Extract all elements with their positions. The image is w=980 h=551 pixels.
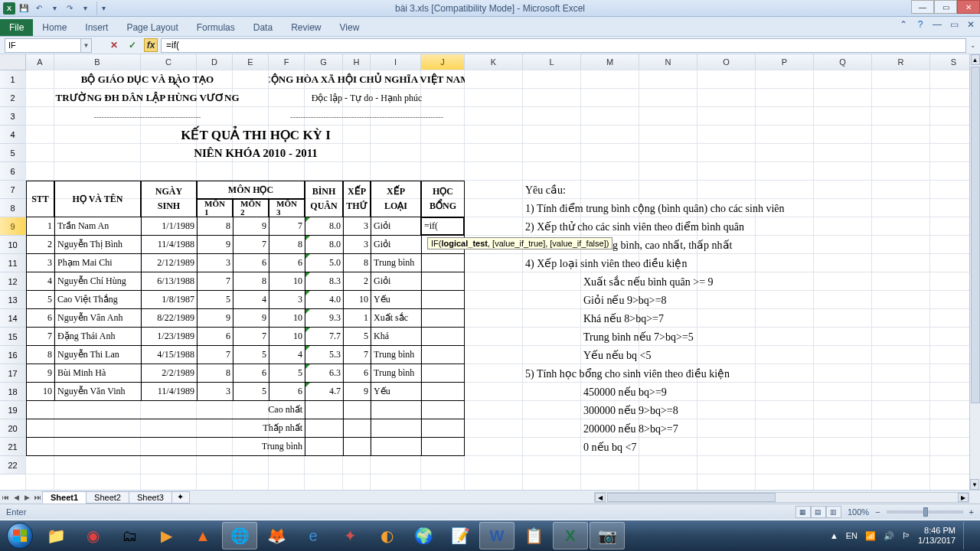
cell[interactable]: 7 — [233, 236, 269, 254]
taskbar-media-icon[interactable]: ▶ — [149, 522, 184, 549]
cell[interactable]: 8.0 — [305, 217, 343, 236]
cell[interactable]: Trung bình nếu 7>bq>=5 — [581, 328, 978, 346]
ribbon-expand-icon[interactable]: ⌃ — [897, 18, 910, 31]
cell[interactable]: 1) Tính điểm trung bình cộng (bình quân)… — [523, 199, 978, 217]
normal-view-icon[interactable]: ▦ — [795, 506, 811, 518]
cell[interactable]: 4/15/1988 — [141, 346, 197, 364]
cell[interactable]: 11/4/1989 — [141, 383, 197, 401]
column-header-R[interactable]: R — [872, 54, 930, 70]
cell[interactable]: 10 — [269, 309, 305, 328]
column-header-N[interactable]: N — [639, 54, 697, 70]
tab-data[interactable]: Data — [244, 19, 282, 36]
cell[interactable] — [421, 272, 465, 291]
tray-volume-icon[interactable]: 🔊 — [884, 531, 894, 541]
cell[interactable]: Cao nhất — [26, 401, 305, 419]
cell[interactable] — [421, 383, 465, 401]
cell[interactable]: 1/8/1987 — [141, 291, 197, 309]
select-all-corner[interactable] — [0, 54, 26, 70]
tab-home[interactable]: Home — [33, 19, 76, 36]
cell[interactable]: 7 — [343, 346, 371, 364]
cell[interactable]: 6 — [269, 383, 305, 401]
cell[interactable]: 8 — [26, 346, 54, 364]
column-header-F[interactable]: F — [269, 54, 305, 70]
cell[interactable]: 8.0 — [305, 236, 343, 254]
cell[interactable]: 7 — [26, 328, 54, 346]
cell[interactable]: ----------------------------------------… — [26, 107, 269, 126]
row-header-17[interactable]: 17 — [0, 364, 26, 383]
page-break-view-icon[interactable]: ▥ — [826, 506, 841, 518]
scroll-left-icon[interactable]: ◀ — [595, 493, 606, 502]
zoom-out-icon[interactable]: − — [875, 507, 880, 517]
insert-function-icon[interactable]: fx — [144, 38, 158, 52]
row-header-14[interactable]: 14 — [0, 309, 26, 328]
maximize-button[interactable]: ▭ — [934, 0, 957, 14]
cell[interactable]: BÌNHQUÂN — [305, 181, 343, 217]
cell[interactable]: 3 — [343, 236, 371, 254]
column-header-K[interactable]: K — [465, 54, 523, 70]
cell[interactable] — [305, 438, 343, 456]
cell[interactable] — [421, 328, 465, 346]
cell[interactable]: MÔN3 — [269, 199, 305, 217]
cell[interactable] — [371, 401, 421, 419]
sheet-tab-3[interactable]: Sheet3 — [129, 491, 172, 504]
minimize-button[interactable]: — — [911, 0, 934, 14]
taskbar-firefox-icon[interactable]: 🦊 — [259, 522, 294, 549]
cell[interactable]: Nguyễn Chí Hùng — [54, 272, 141, 291]
cell[interactable] — [421, 419, 465, 438]
cell[interactable]: 5 — [26, 291, 54, 309]
vertical-scroll-thumb[interactable] — [971, 67, 980, 403]
name-box-dropdown-icon[interactable]: ▼ — [81, 38, 92, 53]
cell[interactable]: Thấp nhất — [26, 419, 305, 438]
cell[interactable]: 3 — [343, 217, 371, 236]
row-header-16[interactable]: 16 — [0, 346, 26, 364]
taskbar-app-icon[interactable]: ✦ — [332, 522, 368, 549]
cell[interactable]: Trung bình — [26, 438, 305, 456]
cell[interactable]: 9 — [233, 217, 269, 236]
cell[interactable]: 2/2/1989 — [141, 364, 197, 383]
row-header-8[interactable]: 8 — [0, 199, 26, 217]
cell[interactable] — [343, 438, 371, 456]
cell[interactable]: 1/23/1989 — [141, 328, 197, 346]
row-header-13[interactable]: 13 — [0, 291, 26, 309]
cell[interactable]: Xuất sắc nếu bình quân >= 9 — [581, 272, 978, 291]
taskbar-camera-icon[interactable]: 📷 — [590, 522, 625, 549]
row-header-10[interactable]: 10 — [0, 236, 26, 254]
taskbar-notepad-icon[interactable]: 📝 — [443, 522, 478, 549]
tab-review[interactable]: Review — [282, 19, 330, 36]
cell[interactable]: 4 — [26, 272, 54, 291]
row-header-7[interactable]: 7 — [0, 181, 26, 199]
tab-view[interactable]: View — [331, 19, 369, 36]
undo-icon[interactable]: ↶ — [32, 2, 46, 15]
cancel-formula-icon[interactable]: ✕ — [107, 38, 121, 52]
row-header-18[interactable]: 18 — [0, 383, 26, 401]
file-tab[interactable]: File — [0, 19, 33, 36]
row-header-9[interactable]: 9 — [0, 217, 26, 236]
cell[interactable] — [421, 309, 465, 328]
cell[interactable]: 5 — [343, 328, 371, 346]
cell[interactable]: Yêu cầu: — [523, 181, 814, 199]
column-header-H[interactable]: H — [343, 54, 371, 70]
cell[interactable]: 2/12/1989 — [141, 254, 197, 272]
tab-formulas[interactable]: Formulas — [188, 19, 244, 36]
name-box[interactable]: IF — [5, 38, 81, 53]
cell[interactable]: 6.3 — [305, 364, 343, 383]
cell[interactable]: MÔN2 — [233, 199, 269, 217]
cell[interactable] — [371, 419, 421, 438]
cell[interactable]: 2 — [343, 272, 371, 291]
cell[interactable] — [421, 291, 465, 309]
row-header-12[interactable]: 12 — [0, 272, 26, 291]
cell[interactable]: 4.7 — [305, 383, 343, 401]
cell[interactable]: 1/1/1989 — [141, 217, 197, 236]
cell[interactable]: 7 — [269, 217, 305, 236]
cell[interactable]: 9 — [197, 236, 233, 254]
cell[interactable]: 4 — [269, 346, 305, 364]
cell[interactable]: Giỏi — [371, 217, 421, 236]
row-header-15[interactable]: 15 — [0, 328, 26, 346]
formula-bar[interactable]: =if( — [161, 38, 966, 53]
column-header-L[interactable]: L — [523, 54, 581, 70]
cell[interactable]: Giỏi — [371, 272, 421, 291]
cell[interactable]: 3 — [197, 383, 233, 401]
enter-formula-icon[interactable]: ✓ — [126, 38, 139, 52]
cell[interactable]: 7 — [197, 272, 233, 291]
cell[interactable]: 6 — [233, 364, 269, 383]
